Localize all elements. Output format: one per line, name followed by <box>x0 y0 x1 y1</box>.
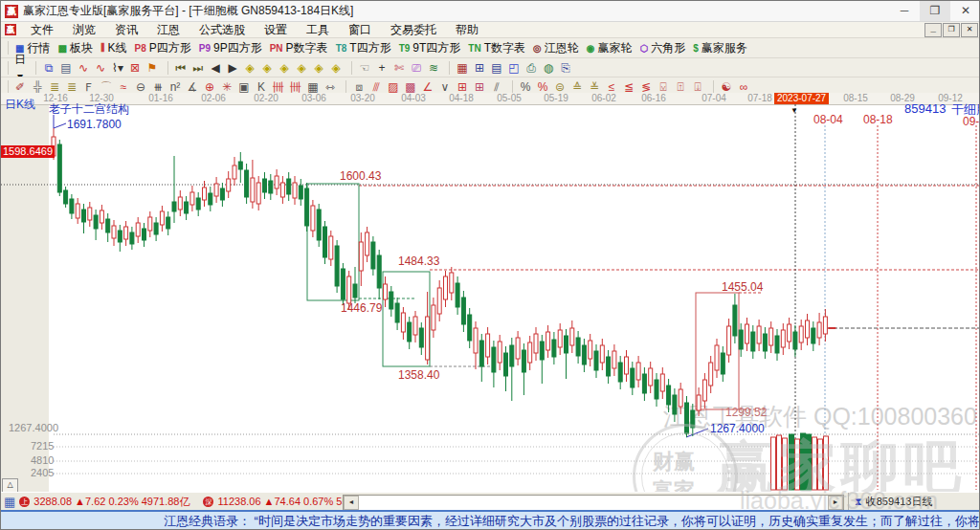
candle-body <box>214 184 218 196</box>
trend-line-red2-icon[interactable]: ∿ <box>92 59 109 77</box>
kline-erase-icon[interactable]: ⊠ <box>126 59 144 77</box>
step-back-icon[interactable]: ◀ <box>207 59 224 77</box>
candle-body <box>238 162 242 169</box>
gann-diamond-2-icon[interactable]: ◈ <box>258 59 276 77</box>
mdi-minimize-button[interactable]: ＿ <box>924 23 942 37</box>
candle-body <box>733 305 737 336</box>
window-title: 赢家江恩专业版[赢家服务平台] - [干细胞概 GN859413-184日K线] <box>23 3 353 19</box>
hand-tool-icon[interactable]: ☜ <box>356 59 373 77</box>
save-layout-icon[interactable]: ◰ <box>505 59 523 77</box>
chart-window-icon[interactable]: ⧉ <box>40 59 57 77</box>
candle-body <box>401 313 405 332</box>
volume-pane-collapse-button[interactable]: △ <box>2 478 18 493</box>
jump-last-icon[interactable]: ⏭ <box>189 59 207 77</box>
toolbar-hexagon-button[interactable]: ⬡ 六角形 <box>639 40 685 56</box>
calendar-tool-icon[interactable]: ▦ <box>454 59 471 77</box>
candle-body <box>757 326 761 343</box>
menu-gann[interactable]: 江恩 <box>147 22 189 38</box>
print-tool-icon[interactable]: ⎙ <box>523 59 540 77</box>
trend-line-red-icon[interactable]: ∿ <box>75 59 92 77</box>
menu-settings[interactable]: 设置 <box>255 22 297 38</box>
candle-body <box>642 374 646 393</box>
shanghai-index-quote[interactable]: 3288.08 ▲7.62 0.23% 4971.88亿 <box>33 495 189 509</box>
data-download-icon[interactable]: ◍ <box>540 59 557 77</box>
candle-body <box>727 326 731 355</box>
report-tool-icon[interactable]: ▤ <box>488 59 505 77</box>
window-close-button[interactable]: ✕ <box>950 1 980 21</box>
data-transfer-icon[interactable]: ⎘ <box>557 59 574 77</box>
toolbar-winner-service-button[interactable]: $ 赢家服务 <box>693 40 747 56</box>
menu-trade-order[interactable]: 交易委托 <box>381 22 446 38</box>
menu-formula-stock-pick[interactable]: 公式选股 <box>189 22 255 38</box>
candle-body <box>667 386 671 405</box>
menu-window[interactable]: 窗口 <box>339 22 381 38</box>
candle-body <box>57 144 61 192</box>
kline-chart-canvas[interactable] <box>1 93 980 492</box>
kline-chart-region: 江恩工具软件 QQ:100800360 财赢 富家 赢家聊吧 12-1612-3… <box>1 93 980 492</box>
candle-body <box>275 176 278 188</box>
gann-diamond-5-icon[interactable]: ◈ <box>310 59 327 77</box>
candle-body <box>812 328 815 343</box>
volume-bar <box>807 434 812 490</box>
wave-tool-icon[interactable]: ≋ <box>425 59 442 77</box>
gann-diamond-1-icon[interactable]: ◈ <box>241 59 258 77</box>
candle-body <box>251 178 255 202</box>
candle-body <box>534 334 538 353</box>
menu-file[interactable]: 文件 <box>21 22 63 38</box>
chart-horizontal-scrollbar[interactable]: ◄ ► <box>343 495 844 511</box>
gann-diamond-3-icon[interactable]: ◈ <box>276 59 293 77</box>
left-price-level-box: 1598.6469 <box>1 145 55 158</box>
candle-body <box>444 276 448 299</box>
gann-structure-box <box>383 272 430 366</box>
menu-browse[interactable]: 浏览 <box>63 22 105 38</box>
gann-frame-tool-icon[interactable]: ⎚ <box>408 59 425 77</box>
mdi-restore-button[interactable]: ❐ <box>943 23 960 37</box>
candle-style-dropdown-icon[interactable]: ⌇▾ <box>109 59 126 77</box>
candle-body <box>106 219 110 232</box>
flag-marker-icon[interactable]: ⚑ <box>144 59 161 77</box>
candle-body <box>649 368 653 386</box>
candle-body <box>479 341 483 366</box>
window-maximize-button[interactable]: ❐ <box>920 1 950 21</box>
candle-body <box>377 255 381 288</box>
quote-grid-icon[interactable]: ▦ <box>4 495 15 509</box>
gann-diamond-6-icon[interactable]: ◈ <box>327 59 345 77</box>
candle-body <box>124 227 128 239</box>
measure-tool-icon[interactable]: ✄ <box>390 59 408 77</box>
candle-body <box>64 190 68 204</box>
candle-body <box>625 357 629 374</box>
title-bar[interactable]: 赢 赢家江恩专业版[赢家服务平台] - [干细胞概 GN859413-184日K… <box>1 1 980 22</box>
candle-body <box>323 227 327 257</box>
menu-news[interactable]: 资讯 <box>105 22 147 38</box>
app-logo-icon: 赢 <box>5 5 18 18</box>
scroll-right-arrow[interactable]: ► <box>828 496 843 510</box>
calculator-tool-icon[interactable]: ⊞ <box>471 59 488 77</box>
gann-quote-bar: 江恩经典语录： “时间是决定市场走势的重要因素，经过详细研究大市及个别股票的过往… <box>1 510 980 530</box>
candle-body <box>136 223 140 236</box>
quote-board-icon[interactable]: ▤ <box>57 59 75 77</box>
step-forward-icon[interactable]: ▶ <box>224 59 241 77</box>
candle-body <box>413 317 417 335</box>
jump-first-icon[interactable]: ⏮ <box>172 59 189 77</box>
menu-help[interactable]: 帮助 <box>446 22 488 38</box>
candle-body <box>437 288 441 314</box>
candle-body <box>148 217 152 231</box>
candle-body <box>227 179 231 191</box>
candle-body <box>287 179 291 194</box>
candle-body <box>305 188 309 226</box>
candle-body <box>679 389 682 407</box>
candle-body <box>594 351 598 370</box>
candle-body <box>353 284 357 298</box>
status-bar: ▦ 上 3288.08 ▲7.62 0.23% 4971.88亿 深 11238… <box>1 492 980 511</box>
candle-body <box>546 332 550 350</box>
crosshair-tool-icon[interactable]: + <box>373 59 390 77</box>
scroll-left-arrow[interactable]: ◄ <box>344 496 359 510</box>
candle-body <box>456 283 459 307</box>
toolbar-winner-wheel-button[interactable]: ◉ 赢家轮 <box>587 40 633 56</box>
window-minimize-button[interactable]: ─ <box>889 1 920 21</box>
mdi-close-button[interactable]: ✕ <box>961 23 978 37</box>
gann-diamond-4-icon[interactable]: ◈ <box>293 59 310 77</box>
menu-tools[interactable]: 工具 <box>297 22 339 38</box>
candle-body <box>209 193 212 205</box>
candle-body <box>522 350 525 372</box>
